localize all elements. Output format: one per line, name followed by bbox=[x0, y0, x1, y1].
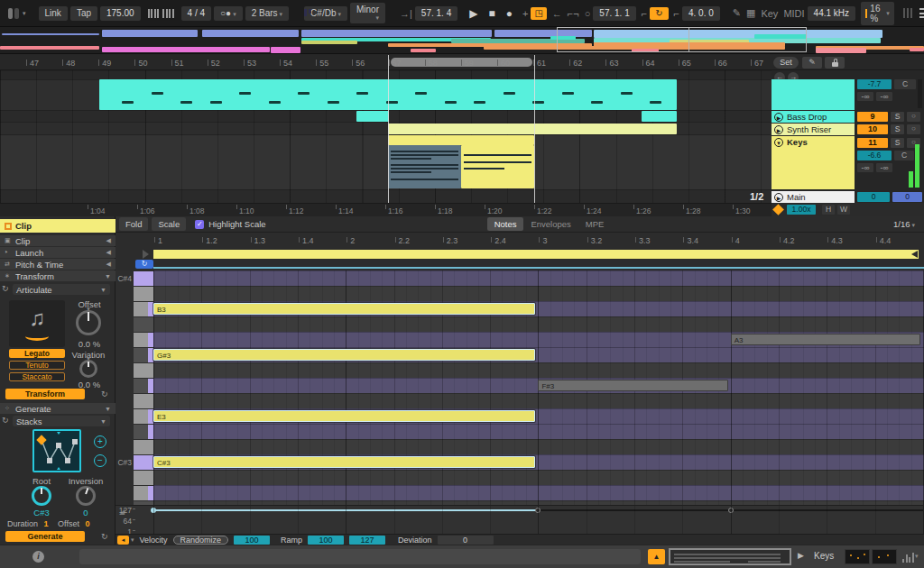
piano-key[interactable] bbox=[134, 271, 153, 286]
track-header-keys[interactable]: ▼Keys 11 S ○ -6.6 C -∞ -∞ bbox=[772, 136, 924, 189]
ramp-to[interactable]: 127 bbox=[349, 536, 385, 545]
time-ruler[interactable]: 1:041:061:081:101:121:141:161:181:201:22… bbox=[0, 203, 772, 216]
inversion-knob[interactable] bbox=[76, 486, 96, 506]
section-transform[interactable]: ∗Transform▼ bbox=[0, 270, 116, 281]
tab-mpe[interactable]: MPE bbox=[578, 217, 612, 231]
loop-button[interactable]: ↻ bbox=[650, 7, 668, 20]
generate-device-selector[interactable]: Stacks▼ bbox=[13, 416, 110, 426]
midi-note[interactable]: E3 bbox=[153, 410, 535, 422]
midi-note[interactable]: F#3 bbox=[538, 380, 727, 391]
section-launch[interactable]: ‣Launch◀ bbox=[0, 247, 116, 258]
track-name[interactable]: Bass Drop bbox=[787, 112, 827, 122]
randomize-amount[interactable]: 100 bbox=[234, 536, 270, 545]
device-chain-overview[interactable] bbox=[669, 548, 791, 565]
piano-key[interactable] bbox=[134, 486, 153, 500]
device-play-icon[interactable]: ▶ bbox=[798, 551, 804, 560]
arrangement-clip[interactable] bbox=[356, 111, 389, 122]
section-clip[interactable]: ▣Clip◀ bbox=[0, 235, 116, 246]
solo-button[interactable]: S bbox=[891, 112, 904, 122]
deviation-value[interactable]: 0 bbox=[438, 536, 494, 545]
piano-roll[interactable]: C#4C#3B3G#3E3C#3F#3A3 bbox=[116, 270, 924, 505]
lane-collapse-button[interactable]: ◂ bbox=[117, 536, 129, 545]
piano-key[interactable] bbox=[134, 302, 153, 316]
arrangement-tracks[interactable] bbox=[0, 70, 772, 203]
reload-icon[interactable]: ↻ bbox=[2, 284, 9, 293]
section-pitch-time[interactable]: ⇄Pitch & Time◀ bbox=[0, 259, 116, 270]
track-header-main[interactable]: ▶Main 0 0 bbox=[772, 191, 924, 203]
piano-key[interactable] bbox=[134, 471, 153, 485]
piano-key[interactable] bbox=[134, 379, 153, 393]
piano-key[interactable] bbox=[134, 287, 153, 301]
piano-key[interactable] bbox=[134, 425, 153, 439]
velocity-lane[interactable]: ◢ 127641 bbox=[116, 505, 924, 534]
tab-notes[interactable]: Notes bbox=[487, 217, 524, 231]
highlight-scale-checkbox[interactable]: ✓ bbox=[195, 220, 204, 229]
quantize-menu[interactable]: 2 Bars▾ bbox=[245, 6, 289, 21]
stacks-visualization[interactable] bbox=[32, 429, 81, 472]
automation-arm-icon[interactable]: ◳ bbox=[531, 7, 546, 20]
track-header-synth-riser[interactable]: ▶Synth Riser 10 S ○ bbox=[772, 124, 924, 135]
inversion-value[interactable]: 0 bbox=[60, 508, 112, 518]
fold-track-icon[interactable]: ▶ bbox=[774, 113, 783, 122]
volume-field[interactable]: -6.6 bbox=[857, 151, 892, 160]
tenuto-button[interactable]: Tenuto bbox=[9, 361, 65, 370]
remove-node-button[interactable]: − bbox=[94, 454, 106, 467]
follow-icon[interactable]: →| bbox=[400, 8, 412, 19]
send-a[interactable]: -∞ bbox=[857, 92, 873, 101]
draw-mode-icon[interactable]: ✎ bbox=[733, 7, 741, 19]
menu-icon[interactable] bbox=[919, 8, 924, 18]
send-b[interactable]: -∞ bbox=[876, 163, 892, 172]
solo-button[interactable]: S bbox=[891, 124, 904, 134]
solo-button[interactable]: S bbox=[891, 138, 904, 148]
time-signature[interactable]: 4 / 4 bbox=[181, 6, 211, 21]
draw-circle-icon[interactable]: ○ bbox=[585, 8, 591, 19]
output-meter-icon[interactable] bbox=[902, 553, 914, 563]
grid-setting[interactable]: 1/16▾ bbox=[893, 219, 915, 229]
record-button[interactable]: ● bbox=[502, 7, 517, 20]
playback-speed[interactable]: 1.00x bbox=[787, 205, 816, 215]
track-header-4[interactable]: -7.7 C -∞ -∞ bbox=[772, 79, 924, 110]
track-number[interactable]: 11 bbox=[857, 138, 888, 148]
tap-tempo-button[interactable]: Tap bbox=[70, 6, 97, 21]
piano-key[interactable] bbox=[134, 455, 153, 470]
key-map-button[interactable]: Key bbox=[761, 8, 778, 19]
clip-panel-title[interactable]: Clip bbox=[0, 219, 116, 233]
loop-length-display[interactable]: 4. 0. 0 bbox=[682, 6, 720, 21]
track-header-bass-drop[interactable]: ▶Bass Drop 9 S ○ bbox=[772, 111, 924, 123]
gen-offset-value[interactable]: 0 bbox=[85, 519, 89, 528]
legato-button[interactable]: Legato bbox=[9, 349, 65, 358]
piano-key[interactable] bbox=[134, 317, 153, 332]
height-zoom-button[interactable]: H bbox=[822, 205, 835, 215]
start-marker-icon[interactable] bbox=[143, 250, 149, 259]
clip-loop-toggle[interactable]: ↻ bbox=[135, 260, 153, 269]
track-number[interactable]: 10 bbox=[857, 124, 888, 134]
link-button[interactable]: Link bbox=[39, 6, 68, 21]
arrangement-overview[interactable] bbox=[0, 27, 924, 54]
arrangement-clip[interactable] bbox=[642, 111, 677, 122]
midi-note[interactable]: C#3 bbox=[153, 456, 535, 468]
piano-key[interactable] bbox=[134, 394, 153, 408]
track-number[interactable]: 9 bbox=[857, 112, 888, 122]
scale-name-menu[interactable]: Minor▾ bbox=[350, 3, 385, 23]
randomize-button[interactable]: Randomize bbox=[173, 536, 229, 545]
piano-key[interactable] bbox=[134, 409, 153, 424]
arrangement-clip[interactable] bbox=[388, 135, 534, 145]
device-thumbnail-2[interactable] bbox=[872, 549, 897, 564]
show-clip-view-button[interactable]: ▲ bbox=[648, 549, 665, 564]
track-name[interactable]: Keys bbox=[787, 137, 808, 147]
variation-knob[interactable]: ▼ bbox=[79, 360, 97, 378]
arrangement-clip[interactable] bbox=[388, 124, 677, 134]
arrangement-position[interactable]: 57. 1. 4 bbox=[415, 6, 457, 21]
transform-device-selector[interactable]: Articulate▼ bbox=[13, 284, 110, 295]
new-button[interactable]: + bbox=[522, 8, 528, 19]
bar-ruler[interactable]: Set ✎ 4748495051525354555657585960616263… bbox=[0, 55, 924, 70]
piano-key[interactable] bbox=[134, 440, 153, 454]
piano-key[interactable] bbox=[134, 333, 153, 347]
fold-track-icon[interactable]: ▶ bbox=[774, 193, 783, 202]
send-a[interactable]: -∞ bbox=[857, 163, 873, 172]
arm-button[interactable]: ○ bbox=[907, 112, 920, 122]
clip-loop-bar[interactable] bbox=[153, 250, 919, 259]
keyboard-icon[interactable]: ▦ bbox=[746, 7, 755, 19]
staccato-button[interactable]: Staccato bbox=[9, 372, 65, 381]
track-name[interactable]: Main bbox=[787, 192, 806, 202]
